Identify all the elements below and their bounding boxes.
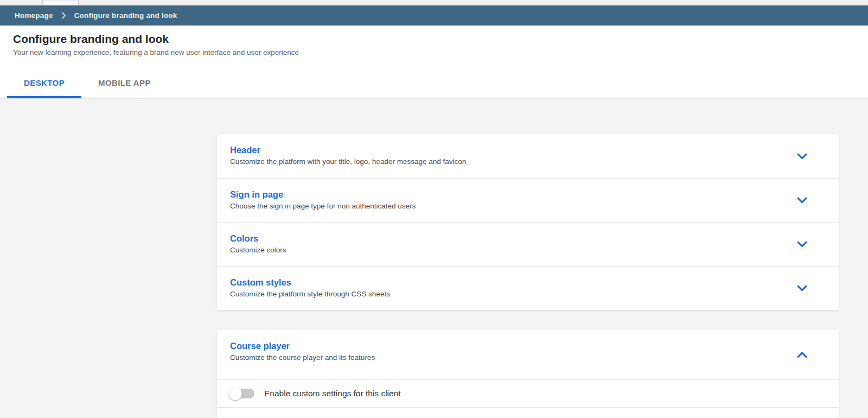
toggle-label: Enable custom settings for this client [264,389,401,398]
breadcrumb-item-current: Configure branding and look [74,11,177,20]
section-title: Colors [230,233,258,244]
accordion-section-course-player[interactable]: Course player Customize the course playe… [217,330,839,379]
accordion-section-colors[interactable]: Colors Customize colors [217,222,839,266]
page-subtitle: Your new learning experience, featuring … [13,48,299,56]
section-title: Custom styles [230,277,291,288]
toggle-knob[interactable] [229,387,242,400]
main-content: Header Customize the platform with your … [0,98,868,418]
accordion-section-header[interactable]: Header Customize the platform with your … [217,134,839,178]
chevron-down-icon[interactable] [797,241,807,248]
accordion-section-sign-in-page[interactable]: Sign in page Choose the sign in page typ… [217,178,839,222]
chevron-right-icon [61,12,66,19]
custom-settings-toggle[interactable] [230,389,254,398]
breadcrumb-item-homepage[interactable]: Homepage [15,11,53,20]
custom-settings-row: Enable custom settings for this client [217,379,839,408]
chevron-down-icon[interactable] [797,197,807,204]
cutoff-browser-tab-artifact [42,0,79,5]
section-title: Header [230,145,260,155]
page-title: Configure branding and look [13,33,169,46]
tab-bar: DESKTOP MOBILE APP [7,69,168,98]
tab-desktop[interactable]: DESKTOP [7,69,81,98]
section-description: Choose the sign in page type for non aut… [230,202,416,210]
top-strip [0,0,868,5]
section-description: Customize the course player and its feat… [230,353,375,362]
tab-mobile-app[interactable]: MOBILE APP [81,69,168,98]
chevron-up-icon[interactable] [797,352,807,358]
accordion-card-branding: Header Customize the platform with your … [217,134,839,310]
section-title: Course player [230,341,290,351]
section-title: Sign in page [230,189,283,200]
breadcrumb: Homepage Configure branding and look [0,5,868,26]
section-description: Customize the platform with your title, … [230,157,466,166]
accordion-card-course-player: Course player Customize the course playe… [217,330,839,418]
chevron-down-icon[interactable] [797,153,807,160]
section-description: Customize colors [230,246,286,254]
accordion-section-custom-styles[interactable]: Custom styles Customize the platform sty… [217,266,839,310]
chevron-down-icon[interactable] [797,285,807,292]
section-description: Customize the platform style through CSS… [230,290,390,298]
